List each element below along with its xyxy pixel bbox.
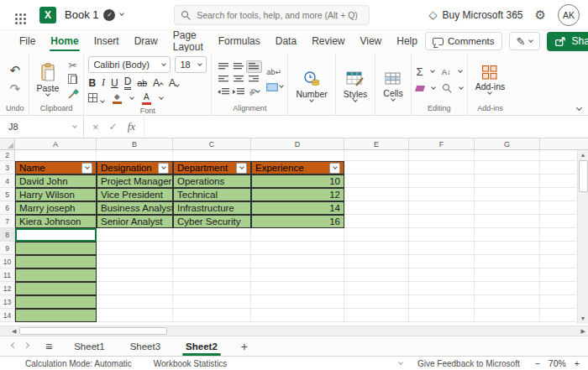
row-header-6[interactable]: 6	[0, 201, 15, 215]
scroll-down-icon[interactable]: ▼	[580, 314, 586, 324]
cell[interactable]	[344, 268, 409, 282]
align-right-icon[interactable]	[249, 75, 260, 84]
row-header-9[interactable]: 9	[0, 242, 15, 255]
table-cell[interactable]: Infrastructure	[173, 201, 251, 215]
cell[interactable]	[173, 242, 251, 255]
autosum-chevron-icon[interactable]	[430, 68, 435, 73]
filter-button[interactable]	[81, 163, 92, 174]
align-left-icon[interactable]	[218, 75, 229, 84]
zoom-out-button[interactable]: −	[535, 358, 540, 368]
table-cell[interactable]: Vice President	[97, 188, 173, 201]
tab-help[interactable]: Help	[389, 32, 425, 50]
row-header-14[interactable]: 14	[0, 309, 15, 322]
paste-button[interactable]: Paste	[34, 61, 63, 97]
confirm-entry-icon[interactable]: ✓	[109, 121, 118, 133]
styles-button[interactable]: Styles	[340, 69, 371, 103]
cell[interactable]	[97, 242, 173, 255]
font-color-button[interactable]: A	[142, 93, 151, 105]
cell[interactable]	[409, 215, 475, 228]
cell[interactable]	[344, 215, 409, 228]
scroll-left-icon[interactable]: ◀	[12, 326, 16, 336]
cell[interactable]	[251, 295, 344, 309]
app-launcher-icon[interactable]	[15, 13, 18, 16]
share-button[interactable]: Share	[547, 32, 588, 51]
account-avatar[interactable]: AK	[558, 4, 580, 26]
clear-eraser-button[interactable]	[415, 86, 425, 91]
cell[interactable]	[251, 228, 344, 242]
align-top-icon[interactable]	[218, 62, 229, 71]
column-header-c[interactable]: C	[173, 138, 251, 149]
underline-button[interactable]: U	[111, 77, 118, 89]
cell[interactable]	[15, 255, 97, 268]
cell[interactable]	[409, 161, 475, 175]
cell[interactable]	[251, 309, 344, 322]
cell[interactable]	[475, 228, 540, 242]
cell[interactable]	[344, 188, 409, 201]
column-header-a[interactable]: A	[15, 138, 97, 149]
saved-to-cloud-icon[interactable]: ✓	[103, 9, 115, 21]
cell[interactable]	[251, 282, 344, 295]
cell[interactable]	[15, 309, 97, 322]
workbook-title[interactable]: Book 1	[65, 8, 98, 21]
table-cell[interactable]: 16	[251, 215, 344, 228]
cancel-entry-icon[interactable]: ×	[92, 121, 99, 133]
cell[interactable]	[344, 255, 409, 268]
clear-chevron-icon[interactable]	[431, 85, 436, 90]
column-header-b[interactable]: B	[97, 138, 173, 149]
row-header-7[interactable]: 7	[0, 215, 15, 228]
cell[interactable]	[344, 309, 409, 322]
undo-button[interactable]: ↶	[9, 63, 20, 78]
cell[interactable]	[475, 282, 540, 295]
sheet-tab-sheet2-active[interactable]: Sheet2	[177, 339, 226, 354]
cell[interactable]	[251, 268, 344, 282]
row-header-5[interactable]: 5	[0, 188, 15, 201]
cell[interactable]	[475, 309, 540, 322]
cell[interactable]	[97, 255, 173, 268]
insert-function-button[interactable]: fx	[128, 120, 135, 133]
tab-data[interactable]: Data	[268, 32, 304, 50]
table-header-name[interactable]: Name	[15, 161, 97, 175]
excel-logo-icon[interactable]: X	[39, 7, 56, 23]
column-header-g[interactable]: G	[475, 138, 540, 149]
table-cell[interactable]: Marry joseph	[15, 201, 97, 215]
text-orientation-button[interactable]: ab	[249, 88, 260, 96]
cell[interactable]	[475, 255, 540, 268]
cell[interactable]	[97, 282, 173, 295]
cell[interactable]	[15, 295, 97, 309]
cell[interactable]	[475, 242, 540, 255]
cell[interactable]	[173, 228, 251, 242]
table-cell[interactable]: Operations	[173, 175, 251, 188]
font-color-chevron-icon[interactable]	[159, 95, 164, 100]
add-sheet-button[interactable]: +	[234, 340, 255, 353]
row-header-8[interactable]: 8	[0, 228, 15, 242]
cell[interactable]	[409, 228, 475, 242]
strikethrough-button[interactable]: ab	[137, 78, 147, 88]
row-header-12[interactable]: 12	[0, 282, 15, 295]
row-header-4[interactable]: 4	[0, 175, 15, 188]
fill-color-chevron-icon[interactable]	[129, 95, 134, 100]
borders-button[interactable]	[88, 93, 103, 105]
cell[interactable]	[475, 175, 540, 188]
cell[interactable]	[97, 295, 173, 309]
column-header-e[interactable]: E	[344, 138, 409, 149]
tab-view[interactable]: View	[352, 32, 389, 50]
horizontal-scrollbar[interactable]: ◀ ▶	[0, 326, 588, 336]
tab-review[interactable]: Review	[304, 32, 352, 50]
cell[interactable]	[173, 268, 251, 282]
italic-button[interactable]: I	[102, 76, 105, 89]
cell[interactable]	[173, 309, 251, 322]
cell[interactable]	[409, 268, 475, 282]
row-header-11[interactable]: 11	[0, 268, 15, 282]
cell[interactable]	[15, 268, 97, 282]
cell[interactable]	[344, 201, 409, 215]
cell[interactable]	[409, 242, 475, 255]
formula-input[interactable]	[144, 116, 588, 138]
cell[interactable]	[344, 282, 409, 295]
calculation-mode-status[interactable]: Calculation Mode: Automatic	[25, 359, 132, 368]
search-box[interactable]	[174, 5, 370, 25]
cell[interactable]	[409, 295, 475, 309]
tab-draw[interactable]: Draw	[127, 32, 165, 50]
filter-button[interactable]	[158, 163, 169, 174]
prev-sheet-icon[interactable]	[11, 341, 17, 347]
cell[interactable]	[409, 255, 475, 268]
